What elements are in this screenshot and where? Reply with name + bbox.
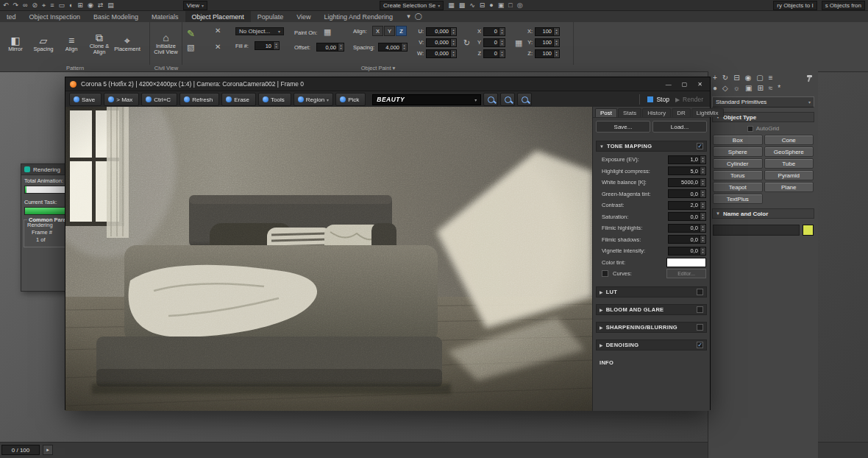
- saturation-field[interactable]: Saturation: 0,0▴▾: [593, 211, 710, 223]
- load-config-button[interactable]: Load...: [652, 121, 707, 133]
- undo-icon[interactable]: ↶: [3, 2, 9, 9]
- erase-button[interactable]: Erase: [221, 93, 256, 106]
- tab-populate[interactable]: Populate: [251, 11, 291, 22]
- snap-toggle-icon[interactable]: ⊞: [77, 2, 83, 9]
- box-button[interactable]: Box: [713, 135, 763, 145]
- geosphere-button[interactable]: GeoSphere: [764, 147, 814, 157]
- tab-stats[interactable]: Stats: [618, 108, 641, 117]
- maximize-button[interactable]: ▢: [682, 81, 688, 88]
- placement-tool[interactable]: ⌖ Placement: [113, 35, 141, 52]
- textplus-button[interactable]: TextPlus: [713, 194, 763, 204]
- systems-icon[interactable]: *: [778, 85, 780, 92]
- copy-button[interactable]: Ctrl+C: [141, 93, 177, 106]
- scale-x-field[interactable]: X: 100▴▾: [525, 26, 560, 37]
- geometry-icon[interactable]: ●: [713, 85, 717, 92]
- section-checkbox[interactable]: [697, 342, 703, 348]
- object-color-swatch[interactable]: [803, 225, 814, 236]
- stop-button[interactable]: Stop: [647, 96, 669, 103]
- select-by-name-icon[interactable]: ≡: [50, 2, 54, 9]
- name-and-color-rollout[interactable]: ▼ Name and Color: [712, 208, 814, 219]
- section-sharpening[interactable]: SHARPENING/BLURRING: [596, 322, 707, 333]
- section-checkbox[interactable]: [697, 289, 703, 295]
- mirror-icon[interactable]: ⇄: [98, 2, 104, 9]
- w-offset-field[interactable]: W: 0,000▴▾: [416, 48, 457, 59]
- display-icon[interactable]: ▢: [756, 74, 763, 82]
- refresh-button[interactable]: Refresh: [179, 93, 219, 106]
- max-button[interactable]: > Max: [104, 93, 139, 106]
- view-dropdown[interactable]: View▾: [183, 1, 207, 10]
- scene-explorer-icon[interactable]: ▦: [448, 2, 455, 9]
- tab-materials[interactable]: Materials: [145, 11, 185, 22]
- schematic-view-icon[interactable]: ⊟: [480, 2, 485, 9]
- clear-objects-icon[interactable]: ✕: [215, 27, 221, 35]
- mirror-tool[interactable]: ◧ Mirror: [1, 35, 29, 52]
- render-channel-dropdown[interactable]: BEAUTY▾: [372, 94, 481, 105]
- zoom-actual-button[interactable]: [500, 93, 515, 106]
- align-tool[interactable]: ≡ Align: [57, 35, 85, 52]
- redo-icon[interactable]: ↷: [13, 2, 19, 9]
- ribbon-config-icon[interactable]: ◯: [415, 13, 422, 20]
- scale-y-field[interactable]: Y: 100▴▾: [525, 37, 560, 48]
- clear-all-icon[interactable]: ✕: [215, 43, 221, 51]
- next-frame-button[interactable]: ▸: [43, 445, 53, 455]
- torus-button[interactable]: Torus: [713, 170, 763, 180]
- rotate-y-field[interactable]: Y 0▴▾: [474, 37, 505, 48]
- u-offset-field[interactable]: U: 0,000▴▾: [416, 26, 457, 37]
- tab-history[interactable]: History: [642, 108, 671, 117]
- modify-icon[interactable]: ↻: [722, 74, 728, 82]
- sphere-button[interactable]: Sphere: [713, 147, 763, 157]
- window-title-bar[interactable]: Corona 5 (Hotfix 2) | 4200×2400px (1:4) …: [65, 77, 710, 91]
- align-x-button[interactable]: X: [372, 26, 383, 36]
- zoom-in-button[interactable]: [517, 93, 532, 106]
- section-checkbox[interactable]: [697, 324, 703, 331]
- cone-button[interactable]: Cone: [764, 135, 814, 145]
- zoom-out-button[interactable]: [483, 93, 498, 106]
- clone-align-tool[interactable]: ⧉ Clone & Align: [85, 32, 113, 55]
- contrast-field[interactable]: Contrast: 2,0▴▾: [593, 200, 710, 211]
- tab-lightmix[interactable]: LightMix: [691, 108, 724, 117]
- region-button[interactable]: Region▾: [294, 93, 333, 106]
- paint-surface-icon[interactable]: ▦: [324, 27, 331, 37]
- render-production-icon[interactable]: ◎: [517, 2, 523, 9]
- scale-z-field[interactable]: Z: 100▴▾: [525, 48, 560, 59]
- pick-button[interactable]: Pick: [335, 93, 366, 106]
- link-icon[interactable]: ∞: [23, 2, 27, 9]
- tab-post[interactable]: Post: [595, 108, 617, 117]
- white-balance-field[interactable]: White balance [K]: 5000,0▴▾: [593, 177, 710, 189]
- tone-mapping-section[interactable]: TONE MAPPING: [596, 141, 707, 152]
- tab-get-started[interactable]: ted: [0, 11, 23, 22]
- render-setup-icon[interactable]: ▣: [498, 2, 505, 9]
- no-object-dropdown[interactable]: No Object...▾: [235, 27, 284, 35]
- shapes-icon[interactable]: ◇: [722, 85, 728, 92]
- filmic-shadows-field[interactable]: Filmic shadows: 0,0▴▾: [593, 234, 710, 246]
- utilities-icon[interactable]: ≡: [769, 74, 773, 82]
- layer-manager-icon[interactable]: ▩: [459, 2, 466, 9]
- spinner[interactable]: ▴▾: [273, 42, 279, 49]
- section-checkbox[interactable]: [697, 306, 703, 313]
- tube-button[interactable]: Tube: [764, 158, 814, 169]
- rotate-x-field[interactable]: X 0▴▾: [474, 26, 505, 37]
- tab-object-placement[interactable]: Object Placement: [185, 11, 251, 22]
- offset-field[interactable]: 0,00 ▴▾: [316, 43, 344, 52]
- tab-lighting-rendering[interactable]: Lighting And Rendering: [318, 11, 400, 22]
- material-editor-icon[interactable]: ●: [489, 2, 493, 9]
- create-selection-set-dropdown[interactable]: Create Selection Se▾: [380, 1, 444, 10]
- spacing-field[interactable]: 4,000 ▴▾: [378, 43, 408, 52]
- space-warps-icon[interactable]: ≈: [769, 85, 773, 92]
- tools-button[interactable]: Tools: [258, 93, 291, 106]
- section-bloom-glare[interactable]: BLOOM AND GLARE: [596, 304, 707, 315]
- window-crossing-icon[interactable]: ◐: [69, 2, 73, 9]
- angle-snap-icon[interactable]: ◉: [88, 2, 93, 9]
- rendered-frame-icon[interactable]: □: [508, 2, 512, 9]
- tab-view[interactable]: View: [290, 11, 317, 22]
- curve-editor-icon[interactable]: ∿: [469, 2, 475, 9]
- color-tint-swatch[interactable]: [666, 258, 706, 267]
- exposure-field[interactable]: Exposure (EV): 1,0▴▾: [593, 154, 710, 166]
- pyramid-button[interactable]: Pyramid: [764, 170, 814, 180]
- object-paint-group-label[interactable]: Object Paint ▾: [182, 65, 574, 71]
- hierarchy-icon[interactable]: ⊟: [733, 74, 739, 82]
- spinner[interactable]: ▴▾: [401, 43, 407, 51]
- current-frame-field[interactable]: 0 / 100: [1, 445, 40, 455]
- tab-dr[interactable]: DR: [672, 108, 691, 117]
- create-icon[interactable]: +: [713, 74, 717, 82]
